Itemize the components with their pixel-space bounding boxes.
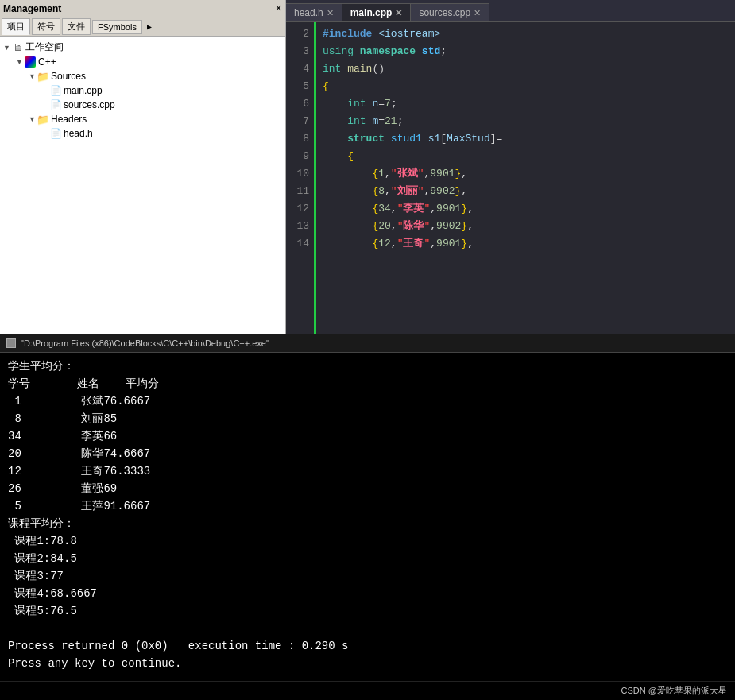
console-area: "D:\Program Files (x86)\CodeBlocks\C\C++… xyxy=(0,334,735,700)
sidebar-tabs: 项目 符号 文件 FSymbols ▶ xyxy=(0,17,285,37)
console-line-8: 5 王萍91.6667 xyxy=(8,497,727,515)
sidebar-titlebar: Management ✕ xyxy=(0,0,285,17)
sources-label: Sources xyxy=(51,71,86,82)
code-line-8: struct stud1 s1[MaxStud]= xyxy=(323,130,729,148)
code-line-2: #include <iostream> xyxy=(323,25,729,43)
expand-sources-icon: ▼ xyxy=(29,72,37,80)
tree-item-head-h[interactable]: 📄 head.h xyxy=(0,126,285,141)
code-line-11: {8,"刘丽",9902}, xyxy=(323,183,729,200)
workspace-icon: 🖥 xyxy=(11,41,24,54)
console-footer: CSDN @爱吃苹果的派大星 xyxy=(0,681,735,700)
console-line-3: 8 刘丽85 xyxy=(8,410,727,427)
tab-bar: head.h ✕ main.cpp ✕ sources.cpp ✕ xyxy=(286,0,735,22)
sidebar-title: Management xyxy=(3,3,61,14)
code-line-4: int main() xyxy=(323,60,729,78)
code-line-10: {1,"张斌",9901}, xyxy=(323,165,729,183)
main-cpp-label: main.cpp xyxy=(64,85,103,96)
tree-item-cpp[interactable]: ▼ C++ xyxy=(0,55,285,69)
console-line-2: 1 张斌76.6667 xyxy=(8,393,727,410)
spacer-icon3 xyxy=(41,130,49,137)
console-press-line: Press any key to continue. xyxy=(8,655,727,672)
code-area[interactable]: 2 3 4 5 6 7 8 9 10 11 12 13 14 #include … xyxy=(286,22,735,334)
code-line-9: { xyxy=(323,148,729,165)
console-line-14: 课程5:76.5 xyxy=(8,602,727,620)
code-line-13: {20,"陈华",9902}, xyxy=(323,218,729,235)
console-line-5: 20 陈华74.6667 xyxy=(8,445,727,462)
tab-head-h[interactable]: head.h ✕ xyxy=(286,3,342,21)
console-line-7: 26 董强69 xyxy=(8,480,727,497)
spacer-icon2 xyxy=(41,101,49,109)
tab-head-h-close[interactable]: ✕ xyxy=(327,8,334,18)
file-icon-sources: 📄 xyxy=(49,99,62,111)
sources-folder-icon: 📁 xyxy=(37,70,49,83)
code-line-7: int m=21; xyxy=(323,113,729,130)
tree-item-headers[interactable]: ▼ 📁 Headers xyxy=(0,112,285,126)
sources-cpp-label: sources.cpp xyxy=(64,99,115,110)
tab-main-cpp[interactable]: main.cpp ✕ xyxy=(342,3,412,21)
console-line-1: 学号 姓名 平均分 xyxy=(8,375,727,393)
console-line-10: 课程1:78.8 xyxy=(8,532,727,550)
sidebar-close-button[interactable]: ✕ xyxy=(275,3,282,14)
code-line-14: {12,"王奇",9901}, xyxy=(323,235,729,253)
console-line-9: 课程平均分： xyxy=(8,515,727,532)
cpp-icon xyxy=(24,56,37,68)
console-title: "D:\Program Files (x86)\CodeBlocks\C\C++… xyxy=(21,338,269,348)
tab-main-cpp-close[interactable]: ✕ xyxy=(395,8,402,18)
workspace-label: 工作空间 xyxy=(25,41,64,54)
console-output: 学生平均分： 学号 姓名 平均分 1 张斌76.6667 8 刘丽85 34 李… xyxy=(0,353,735,681)
tree-item-main-cpp[interactable]: 📄 main.cpp xyxy=(0,83,285,98)
sidebar-tab-project[interactable]: 项目 xyxy=(2,18,30,35)
console-line-4: 34 李英66 xyxy=(8,427,727,445)
code-line-3: using namespace std; xyxy=(323,43,729,60)
sidebar-tab-fsymbols[interactable]: FSymbols xyxy=(92,20,142,34)
code-line-6: int n=7; xyxy=(323,95,729,113)
file-icon-main: 📄 xyxy=(49,84,62,97)
code-content[interactable]: #include <iostream> using namespace std;… xyxy=(316,22,735,334)
sidebar: Management ✕ 项目 符号 文件 FSymbols ▶ ▼ 🖥 工作空… xyxy=(0,0,286,334)
headers-label: Headers xyxy=(51,114,87,125)
sidebar-tab-more[interactable]: ▶ xyxy=(144,21,155,33)
tab-head-h-label: head.h xyxy=(294,7,323,18)
expand-headers-icon: ▼ xyxy=(29,115,37,123)
spacer-icon xyxy=(41,87,49,95)
headers-folder-icon: 📁 xyxy=(37,113,49,126)
cpp-label: C++ xyxy=(38,56,56,68)
console-line-11: 课程2:84.5 xyxy=(8,550,727,567)
console-line-12: 课程3:77 xyxy=(8,567,727,585)
tab-sources-cpp-close[interactable]: ✕ xyxy=(474,8,481,18)
sidebar-tab-symbol[interactable]: 符号 xyxy=(32,18,60,35)
code-line-12: {34,"李英",9901}, xyxy=(323,200,729,218)
console-line-0: 学生平均分： xyxy=(8,358,727,375)
line-numbers: 2 3 4 5 6 7 8 9 10 11 12 13 14 xyxy=(286,22,316,334)
sidebar-tab-file[interactable]: 文件 xyxy=(62,18,91,35)
console-line-blank xyxy=(8,620,727,637)
head-h-label: head.h xyxy=(64,128,93,139)
editor-area: head.h ✕ main.cpp ✕ sources.cpp ✕ 2 3 4 … xyxy=(286,0,735,334)
tree-item-workspace[interactable]: ▼ 🖥 工作空间 xyxy=(0,40,285,55)
file-icon-head: 📄 xyxy=(49,127,62,140)
tab-sources-cpp[interactable]: sources.cpp ✕ xyxy=(411,3,489,21)
tab-sources-cpp-label: sources.cpp xyxy=(419,7,470,18)
code-line-5: { xyxy=(323,78,729,95)
console-line-6: 12 王奇76.3333 xyxy=(8,462,727,480)
console-line-13: 课程4:68.6667 xyxy=(8,585,727,602)
ide-container: Management ✕ 项目 符号 文件 FSymbols ▶ ▼ 🖥 工作空… xyxy=(0,0,735,334)
console-titlebar: "D:\Program Files (x86)\CodeBlocks\C\C++… xyxy=(0,334,735,353)
expand-workspace-icon: ▼ xyxy=(3,44,11,52)
console-process-line: Process returned 0 (0x0) execution time … xyxy=(8,637,727,655)
tree-item-sources[interactable]: ▼ 📁 Sources xyxy=(0,69,285,83)
tab-main-cpp-label: main.cpp xyxy=(350,7,393,18)
expand-cpp-icon: ▼ xyxy=(16,58,24,66)
watermark: CSDN @爱吃苹果的派大星 xyxy=(621,686,727,695)
console-icon xyxy=(6,338,16,348)
tree-item-sources-cpp[interactable]: 📄 sources.cpp xyxy=(0,98,285,112)
tree-area: ▼ 🖥 工作空间 ▼ C++ ▼ 📁 Sources 📄 main.cpp xyxy=(0,37,285,334)
